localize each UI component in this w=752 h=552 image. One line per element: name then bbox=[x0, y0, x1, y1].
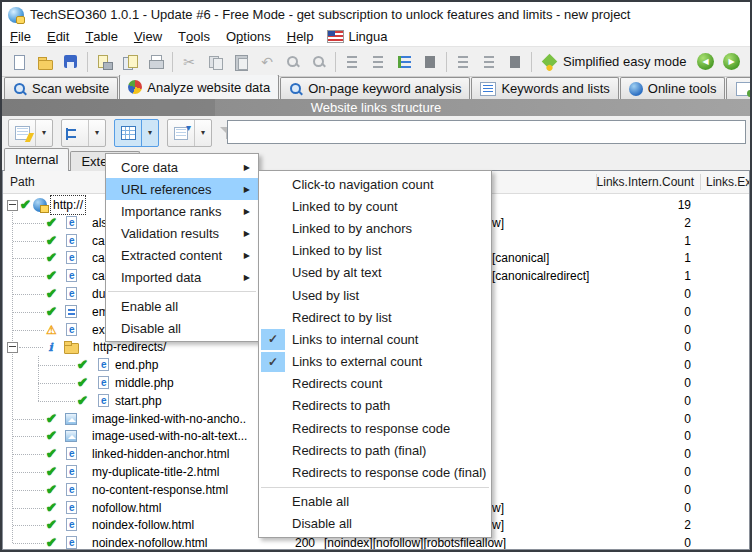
tree-view-mode-button[interactable]: ▾ bbox=[61, 119, 106, 147]
menubar-item-view[interactable]: View bbox=[126, 27, 170, 46]
menu-item-redirects-to-path-final-[interactable]: Redirects to path (final) bbox=[259, 439, 491, 461]
lingua-label: Lingua bbox=[348, 29, 387, 44]
tab-on-page-keyword-analysis[interactable]: On-page keyword analysis bbox=[280, 77, 470, 99]
menu-item-importance-ranks[interactable]: Importance ranks▶ bbox=[106, 200, 258, 222]
menubar-item-help[interactable]: Help bbox=[279, 27, 322, 46]
menu-item-redirects-count[interactable]: Redirects count bbox=[259, 373, 491, 395]
refresh-icon: ↻ bbox=[749, 53, 750, 71]
menu-item-label: Redirects to path bbox=[292, 398, 390, 413]
import-data-button[interactable] bbox=[91, 50, 117, 74]
quick-settings-dropdown-arrow-icon[interactable]: ▾ bbox=[35, 120, 52, 146]
menu-item-linked-to-by-anchors[interactable]: Linked to by anchors bbox=[259, 217, 491, 239]
view-tab-internal[interactable]: Internal bbox=[4, 148, 69, 171]
checked-icon: ✓ bbox=[261, 352, 285, 372]
status-ok-icon: ✔ bbox=[75, 356, 90, 374]
menu-item-links-to-external-count[interactable]: ✓Links to external count bbox=[259, 351, 491, 373]
menu-item-redirect-to-by-list[interactable]: Redirect to by list bbox=[259, 306, 491, 328]
open-project-button[interactable] bbox=[32, 50, 58, 74]
tab-label: Online tools bbox=[648, 81, 717, 96]
tab-create-sitemap[interactable]: Create sitemap bbox=[726, 77, 750, 99]
sphere-icon bbox=[128, 80, 142, 94]
expander-minus-icon[interactable] bbox=[7, 200, 18, 211]
new-project-button[interactable] bbox=[6, 50, 32, 74]
save-project-button[interactable] bbox=[58, 50, 84, 74]
menu-item-enable-all[interactable]: Enable all bbox=[259, 491, 491, 513]
tree-connector bbox=[13, 276, 44, 277]
column-header-links-extern-count[interactable]: Links.Extern.Count bbox=[706, 171, 750, 193]
find-button bbox=[280, 50, 306, 74]
main-toolbar: ✂↶Simplified easy mode◀▶↻ bbox=[2, 46, 750, 77]
visible-columns-button[interactable]: ▾ bbox=[114, 119, 159, 147]
menu-item-click-to-navigation-count[interactable]: Click-to navigation count bbox=[259, 173, 491, 195]
tree-row-label: ca bbox=[92, 249, 105, 267]
tree-row-label: ca bbox=[92, 267, 105, 285]
print-button[interactable] bbox=[143, 50, 169, 74]
structure-levels-button[interactable] bbox=[391, 50, 417, 74]
refresh-button[interactable]: ↻ bbox=[745, 50, 750, 74]
menu-item-core-data[interactable]: Core data▶ bbox=[106, 156, 258, 178]
filter-options-dropdown-arrow-icon[interactable]: ▾ bbox=[194, 120, 211, 146]
menu-item-imported-data[interactable]: Imported data▶ bbox=[106, 266, 258, 288]
column-header-path[interactable]: Path bbox=[10, 171, 35, 193]
links-intern-count-cell: 0 bbox=[684, 303, 691, 321]
expander-minus-icon[interactable] bbox=[7, 342, 18, 353]
tree-view-mode-icon bbox=[66, 128, 84, 140]
menubar-item-edit[interactable]: Edit bbox=[39, 27, 77, 46]
page-icon bbox=[66, 501, 77, 514]
nav-forward-button[interactable]: ▶ bbox=[719, 50, 745, 74]
tree-view-mode-dropdown-arrow-icon[interactable]: ▾ bbox=[88, 120, 105, 146]
status-ok-icon: ✔ bbox=[44, 481, 59, 499]
menu-item-redirects-to-response-code[interactable]: Redirects to response code bbox=[259, 417, 491, 439]
undo-icon: ↶ bbox=[258, 53, 276, 71]
menu-item-linked-to-by-list[interactable]: Linked to by list bbox=[259, 240, 491, 262]
column-separator[interactable] bbox=[700, 174, 701, 190]
export-data-button[interactable] bbox=[117, 50, 143, 74]
column-header-links-intern-count[interactable]: Links.Intern.Count bbox=[597, 171, 694, 193]
menu-item-url-references[interactable]: URL references▶ bbox=[106, 178, 258, 200]
visible-columns-dropdown-arrow-icon[interactable]: ▾ bbox=[141, 120, 158, 146]
menu-item-used-by-list[interactable]: Used by list bbox=[259, 284, 491, 306]
status-ok-icon: ✔ bbox=[44, 267, 59, 285]
menu-item-enable-all[interactable]: Enable all bbox=[106, 295, 258, 317]
menu-item-redirects-to-path[interactable]: Redirects to path bbox=[259, 395, 491, 417]
tree-connector bbox=[13, 472, 44, 473]
links-intern-count-cell: 0 bbox=[684, 534, 691, 550]
menubar-item-lingua[interactable]: Lingua bbox=[321, 29, 393, 44]
menubar-item-table[interactable]: Table bbox=[77, 27, 126, 46]
simplified-easy-mode-button[interactable]: Simplified easy mode bbox=[535, 50, 693, 74]
column-separator[interactable] bbox=[596, 174, 597, 190]
tree-row-label: no-content-response.html bbox=[92, 481, 228, 499]
menu-item-disable-all[interactable]: Disable all bbox=[259, 513, 491, 535]
menu-item-linked-to-by-count[interactable]: Linked to by count bbox=[259, 195, 491, 217]
import-data-icon bbox=[95, 53, 113, 71]
menu-item-used-by-alt-text[interactable]: Used by alt text bbox=[259, 262, 491, 284]
links-intern-count-cell: 1 bbox=[684, 249, 691, 267]
tab-analyze-website-data[interactable]: Analyze website data bbox=[119, 75, 279, 99]
tree-row-label: end.php bbox=[115, 356, 158, 374]
quick-search-input[interactable] bbox=[227, 120, 746, 144]
menu-item-label: Importance ranks bbox=[121, 204, 221, 219]
tab-online-tools[interactable]: Online tools bbox=[620, 77, 726, 99]
menu-item-disable-all[interactable]: Disable all bbox=[106, 317, 258, 339]
menu-item-validation-results[interactable]: Validation results▶ bbox=[106, 222, 258, 244]
tab-keywords-and-lists[interactable]: Keywords and lists bbox=[471, 77, 618, 99]
tree-connector bbox=[38, 365, 75, 366]
tab-label: Keywords and lists bbox=[501, 81, 609, 96]
menubar-item-tools[interactable]: Tools bbox=[170, 27, 218, 46]
menu-item-extracted-content[interactable]: Extracted content▶ bbox=[106, 244, 258, 266]
tab-scan-website[interactable]: Scan website bbox=[4, 77, 118, 99]
menu-item-links-to-internal-count[interactable]: ✓Links to internal count bbox=[259, 328, 491, 350]
menu-item-label: Used by list bbox=[292, 288, 359, 303]
links-intern-count-cell: 0 bbox=[684, 445, 691, 463]
tree-connector bbox=[13, 543, 44, 544]
menubar-item-options[interactable]: Options bbox=[218, 27, 279, 46]
filter-options-button[interactable]: ▾ bbox=[167, 119, 212, 147]
menubar-item-file[interactable]: File bbox=[2, 27, 39, 46]
status-ok-icon: ✔ bbox=[44, 214, 59, 232]
status-ok-icon: ✔ bbox=[44, 410, 59, 428]
links-intern-count-cell: 0 bbox=[684, 321, 691, 339]
quick-settings-button[interactable]: ▾ bbox=[8, 119, 53, 147]
menu-item-redirects-to-response-code-final-[interactable]: Redirects to response code (final) bbox=[259, 461, 491, 483]
status-ok-icon: ✔ bbox=[44, 285, 59, 303]
nav-back-button[interactable]: ◀ bbox=[693, 50, 719, 74]
